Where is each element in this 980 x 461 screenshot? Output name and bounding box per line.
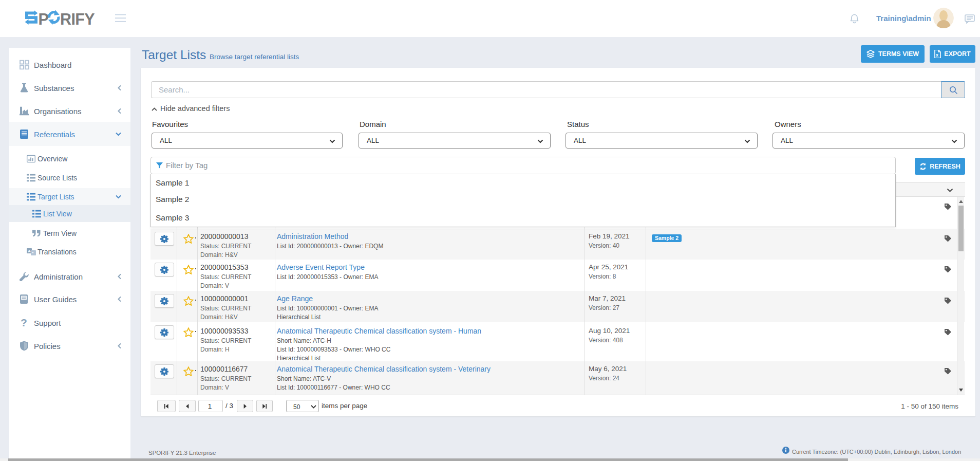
svg-text:RIFY: RIFY: [60, 10, 95, 28]
svg-text:P: P: [39, 10, 49, 28]
svg-text:x: x: [936, 52, 938, 58]
svg-text:A: A: [28, 249, 31, 253]
